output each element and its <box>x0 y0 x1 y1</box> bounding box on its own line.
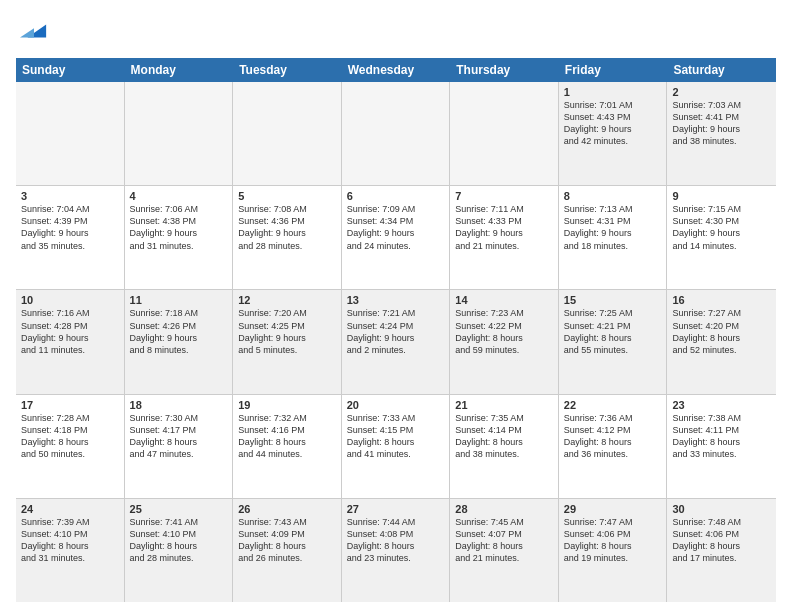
day-info: Sunrise: 7:11 AM Sunset: 4:33 PM Dayligh… <box>455 203 553 252</box>
page: SundayMondayTuesdayWednesdayThursdayFrid… <box>0 0 792 612</box>
day-info: Sunrise: 7:45 AM Sunset: 4:07 PM Dayligh… <box>455 516 553 565</box>
calendar-cell: 27Sunrise: 7:44 AM Sunset: 4:08 PM Dayli… <box>342 499 451 602</box>
calendar-cell: 4Sunrise: 7:06 AM Sunset: 4:38 PM Daylig… <box>125 186 234 289</box>
calendar-header: SundayMondayTuesdayWednesdayThursdayFrid… <box>16 58 776 82</box>
calendar-cell: 19Sunrise: 7:32 AM Sunset: 4:16 PM Dayli… <box>233 395 342 498</box>
day-info: Sunrise: 7:20 AM Sunset: 4:25 PM Dayligh… <box>238 307 336 356</box>
day-number: 29 <box>564 503 662 515</box>
day-number: 24 <box>21 503 119 515</box>
calendar-cell: 24Sunrise: 7:39 AM Sunset: 4:10 PM Dayli… <box>16 499 125 602</box>
logo-icon <box>20 16 48 44</box>
weekday-header: Tuesday <box>233 58 342 82</box>
day-number: 5 <box>238 190 336 202</box>
day-number: 6 <box>347 190 445 202</box>
day-info: Sunrise: 7:06 AM Sunset: 4:38 PM Dayligh… <box>130 203 228 252</box>
day-number: 28 <box>455 503 553 515</box>
day-number: 11 <box>130 294 228 306</box>
day-number: 21 <box>455 399 553 411</box>
day-info: Sunrise: 7:41 AM Sunset: 4:10 PM Dayligh… <box>130 516 228 565</box>
day-info: Sunrise: 7:16 AM Sunset: 4:28 PM Dayligh… <box>21 307 119 356</box>
day-number: 10 <box>21 294 119 306</box>
calendar-cell: 13Sunrise: 7:21 AM Sunset: 4:24 PM Dayli… <box>342 290 451 393</box>
day-info: Sunrise: 7:09 AM Sunset: 4:34 PM Dayligh… <box>347 203 445 252</box>
calendar-row: 17Sunrise: 7:28 AM Sunset: 4:18 PM Dayli… <box>16 395 776 499</box>
calendar-cell <box>16 82 125 185</box>
calendar-cell: 21Sunrise: 7:35 AM Sunset: 4:14 PM Dayli… <box>450 395 559 498</box>
day-info: Sunrise: 7:48 AM Sunset: 4:06 PM Dayligh… <box>672 516 771 565</box>
calendar-cell: 26Sunrise: 7:43 AM Sunset: 4:09 PM Dayli… <box>233 499 342 602</box>
day-info: Sunrise: 7:35 AM Sunset: 4:14 PM Dayligh… <box>455 412 553 461</box>
calendar-row: 10Sunrise: 7:16 AM Sunset: 4:28 PM Dayli… <box>16 290 776 394</box>
calendar-cell: 14Sunrise: 7:23 AM Sunset: 4:22 PM Dayli… <box>450 290 559 393</box>
day-info: Sunrise: 7:08 AM Sunset: 4:36 PM Dayligh… <box>238 203 336 252</box>
calendar-cell <box>450 82 559 185</box>
day-info: Sunrise: 7:30 AM Sunset: 4:17 PM Dayligh… <box>130 412 228 461</box>
calendar-cell: 22Sunrise: 7:36 AM Sunset: 4:12 PM Dayli… <box>559 395 668 498</box>
day-info: Sunrise: 7:33 AM Sunset: 4:15 PM Dayligh… <box>347 412 445 461</box>
weekday-header: Wednesday <box>342 58 451 82</box>
day-number: 4 <box>130 190 228 202</box>
calendar-cell: 28Sunrise: 7:45 AM Sunset: 4:07 PM Dayli… <box>450 499 559 602</box>
calendar-cell: 30Sunrise: 7:48 AM Sunset: 4:06 PM Dayli… <box>667 499 776 602</box>
header <box>16 16 776 48</box>
calendar-cell: 18Sunrise: 7:30 AM Sunset: 4:17 PM Dayli… <box>125 395 234 498</box>
weekday-header: Saturday <box>667 58 776 82</box>
day-number: 26 <box>238 503 336 515</box>
day-info: Sunrise: 7:38 AM Sunset: 4:11 PM Dayligh… <box>672 412 771 461</box>
day-number: 20 <box>347 399 445 411</box>
day-info: Sunrise: 7:18 AM Sunset: 4:26 PM Dayligh… <box>130 307 228 356</box>
calendar-cell: 1Sunrise: 7:01 AM Sunset: 4:43 PM Daylig… <box>559 82 668 185</box>
day-info: Sunrise: 7:39 AM Sunset: 4:10 PM Dayligh… <box>21 516 119 565</box>
day-info: Sunrise: 7:32 AM Sunset: 4:16 PM Dayligh… <box>238 412 336 461</box>
weekday-header: Monday <box>125 58 234 82</box>
day-number: 15 <box>564 294 662 306</box>
day-info: Sunrise: 7:15 AM Sunset: 4:30 PM Dayligh… <box>672 203 771 252</box>
calendar-cell: 16Sunrise: 7:27 AM Sunset: 4:20 PM Dayli… <box>667 290 776 393</box>
calendar-cell: 2Sunrise: 7:03 AM Sunset: 4:41 PM Daylig… <box>667 82 776 185</box>
calendar-cell: 29Sunrise: 7:47 AM Sunset: 4:06 PM Dayli… <box>559 499 668 602</box>
day-info: Sunrise: 7:27 AM Sunset: 4:20 PM Dayligh… <box>672 307 771 356</box>
calendar-body: 1Sunrise: 7:01 AM Sunset: 4:43 PM Daylig… <box>16 82 776 602</box>
day-number: 3 <box>21 190 119 202</box>
day-info: Sunrise: 7:25 AM Sunset: 4:21 PM Dayligh… <box>564 307 662 356</box>
calendar-cell: 20Sunrise: 7:33 AM Sunset: 4:15 PM Dayli… <box>342 395 451 498</box>
day-number: 30 <box>672 503 771 515</box>
day-info: Sunrise: 7:28 AM Sunset: 4:18 PM Dayligh… <box>21 412 119 461</box>
day-info: Sunrise: 7:43 AM Sunset: 4:09 PM Dayligh… <box>238 516 336 565</box>
calendar-cell: 23Sunrise: 7:38 AM Sunset: 4:11 PM Dayli… <box>667 395 776 498</box>
calendar-cell: 11Sunrise: 7:18 AM Sunset: 4:26 PM Dayli… <box>125 290 234 393</box>
day-number: 13 <box>347 294 445 306</box>
svg-marker-1 <box>20 28 34 37</box>
day-number: 27 <box>347 503 445 515</box>
day-number: 22 <box>564 399 662 411</box>
day-number: 16 <box>672 294 771 306</box>
calendar-cell: 7Sunrise: 7:11 AM Sunset: 4:33 PM Daylig… <box>450 186 559 289</box>
day-info: Sunrise: 7:03 AM Sunset: 4:41 PM Dayligh… <box>672 99 771 148</box>
calendar-cell: 17Sunrise: 7:28 AM Sunset: 4:18 PM Dayli… <box>16 395 125 498</box>
weekday-header: Sunday <box>16 58 125 82</box>
day-number: 14 <box>455 294 553 306</box>
day-number: 1 <box>564 86 662 98</box>
calendar-cell <box>342 82 451 185</box>
calendar-cell: 12Sunrise: 7:20 AM Sunset: 4:25 PM Dayli… <box>233 290 342 393</box>
day-info: Sunrise: 7:44 AM Sunset: 4:08 PM Dayligh… <box>347 516 445 565</box>
day-number: 19 <box>238 399 336 411</box>
calendar-cell: 25Sunrise: 7:41 AM Sunset: 4:10 PM Dayli… <box>125 499 234 602</box>
calendar-cell: 8Sunrise: 7:13 AM Sunset: 4:31 PM Daylig… <box>559 186 668 289</box>
calendar-cell: 9Sunrise: 7:15 AM Sunset: 4:30 PM Daylig… <box>667 186 776 289</box>
weekday-header: Friday <box>559 58 668 82</box>
day-info: Sunrise: 7:23 AM Sunset: 4:22 PM Dayligh… <box>455 307 553 356</box>
calendar-cell: 15Sunrise: 7:25 AM Sunset: 4:21 PM Dayli… <box>559 290 668 393</box>
day-number: 12 <box>238 294 336 306</box>
weekday-header: Thursday <box>450 58 559 82</box>
calendar-row: 3Sunrise: 7:04 AM Sunset: 4:39 PM Daylig… <box>16 186 776 290</box>
calendar-cell <box>125 82 234 185</box>
day-number: 9 <box>672 190 771 202</box>
day-number: 23 <box>672 399 771 411</box>
day-number: 18 <box>130 399 228 411</box>
day-info: Sunrise: 7:47 AM Sunset: 4:06 PM Dayligh… <box>564 516 662 565</box>
calendar-cell: 10Sunrise: 7:16 AM Sunset: 4:28 PM Dayli… <box>16 290 125 393</box>
calendar-cell: 5Sunrise: 7:08 AM Sunset: 4:36 PM Daylig… <box>233 186 342 289</box>
day-info: Sunrise: 7:36 AM Sunset: 4:12 PM Dayligh… <box>564 412 662 461</box>
logo <box>16 16 48 48</box>
